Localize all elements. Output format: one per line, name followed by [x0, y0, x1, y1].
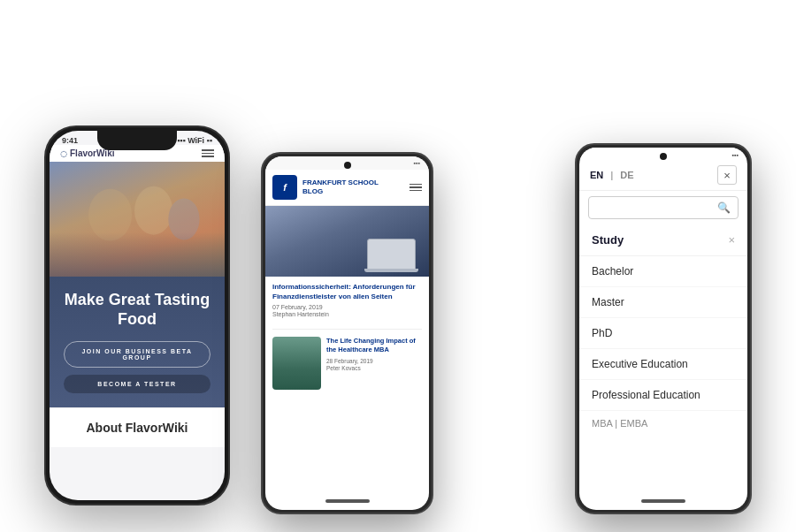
- laptop-graphic: [367, 239, 416, 270]
- phone3-close-button[interactable]: ×: [717, 165, 737, 185]
- phone2-article1-date: 07 February, 2019: [272, 304, 422, 310]
- phone3-section-close-icon[interactable]: ×: [728, 233, 735, 247]
- phone2-header: f FRANKFURT SCHOOL BLOG: [265, 170, 429, 206]
- phone1-flavorwiki: 9:41 ▪▪▪ WiFi ▪▪ ◌ FlavorWiki: [44, 125, 230, 505]
- laptop-base: [364, 269, 418, 272]
- phone2-article1-title[interactable]: Informationssicherheit: Anforderungen fü…: [272, 282, 422, 301]
- phone2-article2-title[interactable]: The Life Changing Impact of the Healthca…: [326, 337, 422, 354]
- phone3-menu-item-bachelor[interactable]: Bachelor: [579, 256, 747, 287]
- phone2-divider: [272, 329, 422, 330]
- phone2-home-bar[interactable]: [325, 499, 370, 503]
- search-icon: 🔍: [717, 201, 731, 214]
- phone1-signal: ▪▪▪ WiFi ▪▪: [177, 136, 212, 145]
- phone3-lang-en[interactable]: EN: [590, 170, 603, 180]
- article2-img-bg: [272, 337, 321, 390]
- flavorwiki-logo-icon: ◌: [60, 149, 67, 158]
- phone2-article1-image: [265, 206, 429, 277]
- scene: 9:41 ▪▪▪ WiFi ▪▪ ◌ FlavorWiki: [0, 0, 796, 532]
- phone1-menu-icon[interactable]: [202, 149, 214, 157]
- phone2-article1-text: Informationssicherheit: Anforderungen fü…: [265, 277, 429, 325]
- phone3-menu: Study × Bachelor Master PhD Executive Ed…: [579, 224, 747, 436]
- phone3-camera: [660, 153, 667, 160]
- phone3-search-bar[interactable]: 🔍: [588, 196, 739, 219]
- phone2-article2-content: The Life Changing Impact of the Healthca…: [326, 337, 422, 390]
- phone3-menu-item-professional[interactable]: Professional Education: [579, 380, 747, 411]
- phone1-notch: [97, 131, 177, 150]
- phone2-article2-date: 28 February, 2019: [326, 358, 422, 364]
- phone1-time: 9:41: [62, 136, 78, 145]
- phone3-menu-item-mba[interactable]: MBA | EMBA: [579, 411, 747, 436]
- phone3-home-bar[interactable]: [641, 499, 685, 503]
- fs-brand-sub: BLOG: [302, 187, 379, 196]
- phone2-signal-icons: ▪▪▪: [414, 160, 420, 166]
- phone2-camera: [344, 162, 351, 169]
- phone1-tester-button[interactable]: BECOME A TESTER: [64, 375, 210, 393]
- phone1-body: Make Great Tasting Food JOIN OUR BUSINES…: [50, 277, 225, 407]
- phone3-menu-section-header: Study ×: [579, 224, 747, 256]
- phone3-frankfurt-menu: ▪▪▪ EN | DE × 🔍 Study ×: [575, 143, 752, 514]
- phone1-beta-button[interactable]: JOIN OUR BUSINESS BETA GROUP: [64, 341, 210, 368]
- phone3-menu-item-phd[interactable]: PhD: [579, 318, 747, 349]
- svg-point-1: [134, 186, 172, 235]
- phone2-article2-author: Peter Kovacs: [326, 365, 422, 371]
- phone2-article2-image: [272, 337, 321, 390]
- phone3-signal: ▪▪▪: [732, 152, 739, 158]
- fs-letter: f: [283, 182, 287, 193]
- phone2-article2: The Life Changing Impact of the Healthca…: [265, 333, 429, 393]
- phone3-menu-item-executive[interactable]: Executive Education: [579, 349, 747, 380]
- phone3-lang-separator: |: [610, 170, 613, 180]
- phone1-headline: Make Great Tasting Food: [64, 291, 210, 329]
- phone3-language-bar: EN | DE ×: [579, 160, 747, 191]
- phone3-search-input[interactable]: [596, 203, 717, 212]
- phone1-footer: About FlavorWiki: [50, 407, 225, 447]
- phone3-lang-options: EN | DE: [590, 170, 634, 180]
- phone3-lang-de[interactable]: DE: [620, 170, 633, 180]
- fs-brand-name: FRANKFURT SCHOOL: [302, 179, 379, 187]
- phone2-hamburger-icon[interactable]: [409, 184, 422, 192]
- phone3-section-title: Study: [592, 233, 624, 247]
- fs-logo-icon: f: [272, 175, 297, 200]
- phone2-article1-author: Stephan Hartenstein: [272, 311, 422, 317]
- phone1-hero-image: [50, 162, 225, 277]
- hero-overlay: [50, 232, 225, 277]
- phone1-footer-label: About FlavorWiki: [62, 421, 212, 435]
- phone3-menu-item-master[interactable]: Master: [579, 287, 747, 318]
- fs-brand-text: FRANKFURT SCHOOL BLOG: [302, 179, 379, 195]
- phone2-frankfurt-blog: ▪▪▪ f FRANKFURT SCHOOL BLOG: [261, 152, 433, 514]
